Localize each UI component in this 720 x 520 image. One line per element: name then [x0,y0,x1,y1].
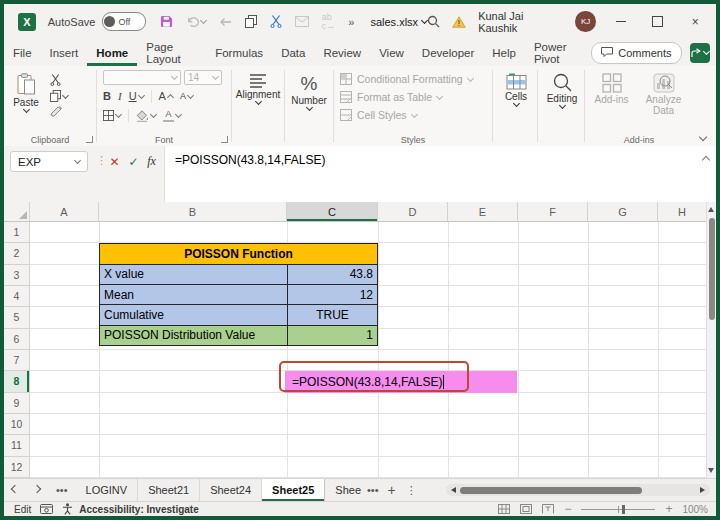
cut-icon[interactable] [50,74,68,86]
page-break-view-icon[interactable] [542,504,554,514]
normal-view-icon[interactable] [498,504,510,514]
avatar[interactable]: KJ [575,11,595,32]
comments-button[interactable]: Comments [591,42,681,64]
zoom-out-icon[interactable]: − [564,502,571,516]
page-layout-view-icon[interactable] [520,504,532,514]
tabs-scroll-left-icon[interactable] [4,479,26,501]
scroll-up-icon[interactable] [708,207,714,212]
tab-formulas[interactable]: Formulas [206,39,272,66]
tab-power-pivot[interactable]: Power Pivot [525,39,591,66]
column-header-e[interactable]: E [448,202,518,221]
cell-b5[interactable]: Cumulative [100,305,288,324]
formula-input[interactable]: =POISSON(43.8,14,FALSE) [164,146,716,202]
accessibility-icon[interactable] [62,503,73,515]
cancel-entry-icon[interactable]: ✕ [106,153,123,170]
cut-icon[interactable] [270,15,282,28]
format-painter-icon[interactable] [50,106,68,118]
minimize-button[interactable] [608,11,633,33]
font-color-icon[interactable]: A [163,109,181,122]
column-header-b[interactable]: B [99,202,287,221]
share-button[interactable] [690,43,711,63]
row-header-10[interactable]: 10 [4,414,29,435]
row-header-11[interactable]: 11 [4,435,29,456]
cell-c3[interactable]: 43.8 [288,265,377,284]
new-sheet-icon[interactable]: + [383,479,401,501]
tab-home[interactable]: Home [87,39,137,66]
copy-icon[interactable] [50,90,68,102]
alignment-button[interactable]: Alignment [234,70,282,104]
sheet-tab-loginv[interactable]: LOGINV [76,479,139,501]
number-button[interactable]: % Number [287,70,331,110]
underline-button[interactable]: U [129,91,144,102]
column-header-c[interactable]: C [287,202,378,221]
tab-page-layout[interactable]: Page Layout [137,39,206,66]
cell-c5[interactable]: TRUE [288,305,377,324]
row-header-8[interactable]: 8 [4,371,29,392]
cell-b4[interactable]: Mean [100,285,288,304]
close-button[interactable]: × [683,11,708,33]
macro-record-icon[interactable] [40,504,53,514]
cell-b6[interactable]: POISSON Distribution Value [100,326,288,345]
italic-button[interactable]: I [118,91,122,102]
horizontal-scrollbar[interactable] [446,484,710,496]
row-header-7[interactable]: 7 [4,350,29,371]
insert-function-icon[interactable]: fx [143,153,160,170]
sheet-tab-sheet24[interactable]: Sheet24 [200,479,262,501]
vertical-scrollbar[interactable] [706,202,716,478]
row-header-2[interactable]: 2 [4,243,29,264]
confirm-entry-icon[interactable]: ✓ [125,153,142,170]
tab-file[interactable]: File [4,39,41,66]
accessibility-status[interactable]: Accessibility: Investigate [79,504,199,515]
sheet-tab-sheet21[interactable]: Sheet21 [138,479,200,501]
sheet-tab-truncated[interactable]: Shee [325,479,363,501]
tab-data[interactable]: Data [272,39,314,66]
copy-icon[interactable] [245,15,257,28]
cell-c6[interactable]: 1 [288,326,377,345]
maximize-button[interactable] [645,11,670,33]
row-header-12[interactable]: 12 [4,457,29,478]
collapse-ribbon-icon[interactable] [699,133,707,141]
cell-c4[interactable]: 12 [288,285,377,304]
sheet-tab-sheet25[interactable]: Sheet25 [262,479,325,501]
select-all-corner[interactable] [4,202,30,221]
warning-icon[interactable] [452,16,466,28]
clipboard-dialog-launcher-icon[interactable] [86,136,93,143]
scroll-down-icon[interactable] [708,468,714,473]
column-header-f[interactable]: F [518,202,588,221]
column-header-d[interactable]: D [378,202,448,221]
row-header-4[interactable]: 4 [4,286,29,307]
borders-icon[interactable] [103,110,121,121]
excel-logo-icon[interactable]: X [18,13,36,31]
name-box[interactable]: EXP [10,151,88,172]
save-icon[interactable] [160,15,173,28]
zoom-slider[interactable] [581,509,655,510]
cells-area[interactable]: POISSON Function X value 43.8 Mean 12 Cu… [30,222,706,478]
column-header-h[interactable]: H [658,202,706,221]
document-title[interactable]: sales.xlsx [370,16,427,28]
tabs-scroll-right-icon[interactable] [26,479,48,501]
row-header-5[interactable]: 5 [4,307,29,328]
scroll-right-icon[interactable] [700,487,705,493]
zoom-in-icon[interactable]: + [665,502,672,516]
tabs-overflow-left-icon[interactable]: ••• [48,479,76,501]
tab-developer[interactable]: Developer [413,39,483,66]
scroll-left-icon[interactable] [451,487,456,493]
column-header-a[interactable]: A [30,202,99,221]
zoom-slider-thumb[interactable] [622,505,625,514]
column-header-g[interactable]: G [588,202,658,221]
user-name[interactable]: Kunal Jai Kaushik [478,10,563,34]
expand-formula-bar-icon[interactable] [702,156,710,164]
tabs-overflow-right-icon[interactable]: ••• [363,479,383,501]
font-name-select[interactable] [103,70,181,85]
vertical-scroll-thumb[interactable] [709,218,715,320]
search-icon[interactable] [427,15,440,28]
tab-help[interactable]: Help [483,39,525,66]
tab-view[interactable]: View [370,39,413,66]
paste-button[interactable]: Paste [6,70,46,132]
row-header-1[interactable]: 1 [4,222,29,243]
tab-insert[interactable]: Insert [41,39,88,66]
increase-font-icon[interactable]: A [159,91,173,102]
horizontal-scroll-thumb[interactable] [460,487,642,494]
more-commands-icon[interactable]: » [348,16,354,28]
sheet-grid[interactable]: 1 2 3 4 5 6 7 8 9 10 11 12 POISSON Funct… [4,222,716,478]
